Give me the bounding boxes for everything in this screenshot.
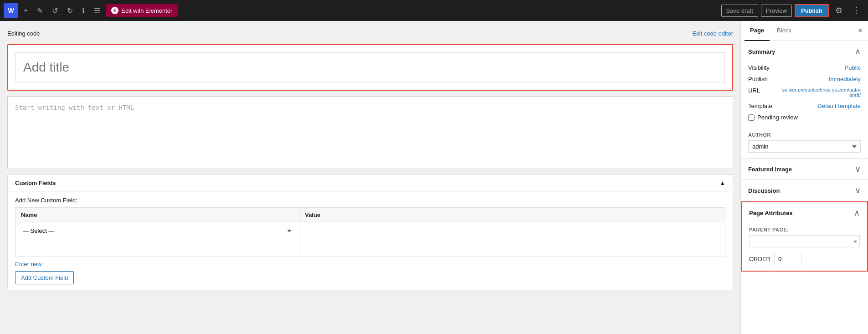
cf-name-column-header: Name [15, 208, 299, 222]
featured-image-header[interactable]: Featured image ∨ [741, 159, 868, 180]
summary-section-header[interactable]: Summary ∧ [741, 41, 868, 62]
url-row: URL solixer.preyantechnos ys.com/auto-dr… [748, 85, 861, 100]
editing-code-label: Editing code [7, 30, 40, 37]
more-options-button[interactable]: ⋮ [849, 3, 864, 18]
author-select[interactable]: admin [748, 140, 861, 153]
summary-section-body: Visibility Public Publish Immediately UR… [741, 62, 868, 128]
custom-fields-collapse-icon: ▲ [719, 180, 725, 186]
page-attributes-collapse-icon: ∧ [854, 208, 860, 218]
url-label: URL [748, 87, 780, 94]
visibility-value[interactable]: Public [845, 64, 861, 71]
custom-fields-table: Name Value — Select — [15, 207, 725, 257]
content-box[interactable]: Start writing with text or HTML [7, 96, 733, 169]
cf-value-column-header: Value [299, 208, 725, 222]
preview-button[interactable]: Preview [761, 5, 792, 17]
publish-row: Publish Immediately [748, 73, 861, 85]
visibility-label: Visibility [748, 64, 780, 71]
title-input[interactable] [15, 52, 725, 82]
publish-button[interactable]: Publish [795, 4, 829, 17]
add-new-custom-field-label: Add New Custom Field: [15, 197, 725, 204]
sidebar-tabs: Page Block × [741, 21, 868, 41]
parent-page-label: PARENT PAGE: [749, 227, 860, 232]
page-attributes-title: Page Attributes [749, 210, 793, 216]
publish-value[interactable]: Immediately [829, 76, 861, 82]
featured-image-section: Featured image ∨ [741, 159, 868, 180]
wp-logo: W [4, 3, 18, 18]
discussion-title: Discussion [748, 187, 780, 194]
main-layout: Editing code Exit code editor Start writ… [0, 21, 868, 334]
enter-new-link[interactable]: Enter new [15, 261, 42, 267]
undo-button[interactable]: ↺ [48, 4, 62, 18]
elementor-button[interactable]: E Edit with Elementor [106, 4, 178, 17]
elementor-icon: E [111, 7, 118, 14]
parent-page-clear-button[interactable]: × [853, 238, 857, 245]
template-row: Template Default template [748, 100, 861, 112]
template-value[interactable]: Default template [817, 103, 861, 109]
template-label: Template [748, 103, 780, 109]
url-value[interactable]: solixer.preyantechnos ys.com/auto-draft/ [780, 87, 861, 98]
add-block-button[interactable]: + [20, 4, 31, 17]
author-label: AUTHOR [748, 132, 861, 138]
custom-fields-section: Custom Fields ▲ Add New Custom Field: Na… [7, 175, 733, 290]
cf-value-cell [299, 222, 725, 257]
discussion-header[interactable]: Discussion ∨ [741, 180, 868, 201]
title-box [7, 44, 733, 91]
custom-fields-title: Custom Fields [15, 180, 56, 186]
editor-area: Editing code Exit code editor Start writ… [0, 21, 740, 334]
redo-button[interactable]: ↻ [63, 4, 77, 18]
settings-button[interactable]: ⚙ [832, 3, 846, 18]
pending-review-checkbox[interactable] [748, 114, 755, 121]
parent-page-input[interactable] [749, 235, 860, 247]
right-sidebar: Page Block × Summary ∧ Visibility Public… [740, 21, 868, 334]
sidebar-close-button[interactable]: × [856, 24, 864, 37]
page-attributes-section: Page Attributes ∧ PARENT PAGE: × ORDER [741, 201, 868, 272]
main-toolbar: W + ✎ ↺ ↻ ℹ ☰ E Edit with Elementor Save… [0, 0, 868, 21]
page-attributes-body: PARENT PAGE: × ORDER [742, 223, 867, 271]
summary-collapse-icon: ∧ [855, 46, 861, 57]
visibility-row: Visibility Public [748, 62, 861, 73]
pending-review-label: Pending review [757, 114, 798, 121]
add-custom-field-button[interactable]: Add Custom Field [15, 271, 74, 284]
cf-name-cell: — Select — [15, 222, 299, 257]
cf-input-row: — Select — [15, 222, 725, 257]
order-label: ORDER [749, 256, 770, 262]
info-button[interactable]: ℹ [78, 4, 88, 18]
parent-page-input-wrap: × [749, 235, 860, 247]
save-draft-button[interactable]: Save draft [721, 5, 758, 17]
custom-fields-header[interactable]: Custom Fields ▲ [8, 175, 733, 191]
cf-name-select[interactable]: — Select — [19, 225, 295, 236]
page-attributes-header[interactable]: Page Attributes ∧ [742, 202, 867, 223]
summary-section-title: Summary [748, 48, 775, 55]
featured-image-expand-icon: ∨ [855, 164, 861, 174]
custom-fields-body: Add New Custom Field: Name Value — Selec… [8, 191, 733, 290]
featured-image-title: Featured image [748, 166, 792, 173]
tab-page[interactable]: Page [745, 21, 770, 41]
toolbar-right: Save draft Preview Publish ⚙ ⋮ [721, 3, 864, 18]
editing-code-bar: Editing code Exit code editor [7, 28, 733, 39]
discussion-expand-icon: ∨ [855, 185, 861, 195]
content-placeholder: Start writing with text or HTML [15, 104, 134, 111]
cf-value-input[interactable] [303, 225, 721, 252]
list-button[interactable]: ☰ [90, 4, 104, 18]
author-section: AUTHOR admin [741, 128, 868, 158]
summary-section: Summary ∧ Visibility Public Publish Imme… [741, 41, 868, 159]
exit-code-editor-link[interactable]: Exit code editor [692, 30, 733, 37]
publish-label: Publish [748, 76, 780, 82]
order-input[interactable] [774, 253, 801, 265]
tab-block[interactable]: Block [771, 21, 797, 41]
edit-button[interactable]: ✎ [33, 4, 46, 18]
order-row: ORDER [749, 253, 860, 265]
discussion-section: Discussion ∨ [741, 180, 868, 201]
pending-review-row: Pending review [748, 112, 861, 123]
